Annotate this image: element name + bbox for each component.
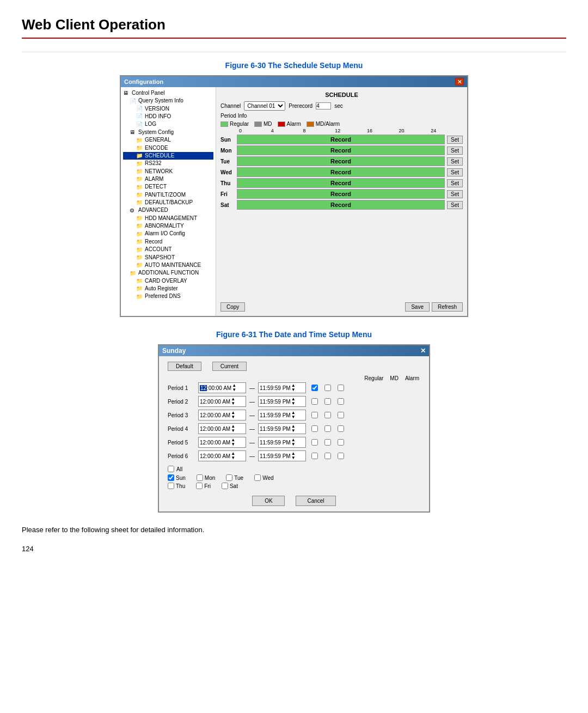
end-time-input[interactable]: 11:59:59 PM ▲▼: [258, 382, 306, 393]
wed-checkbox[interactable]: [254, 474, 261, 481]
start-time-input[interactable]: 12:00:00 AM ▲▼: [198, 396, 246, 407]
tree-item-log[interactable]: 📄LOG: [123, 120, 213, 128]
alarm-checkbox[interactable]: [338, 398, 344, 405]
prerecord-input[interactable]: [316, 102, 331, 109]
alarm-checkbox[interactable]: [338, 425, 344, 432]
all-checkbox[interactable]: [168, 466, 174, 472]
cancel-button[interactable]: Cancel: [296, 496, 335, 506]
start-time-input[interactable]: 12:00:00 AM ▲▼: [198, 423, 246, 434]
ok-button[interactable]: OK: [252, 496, 285, 506]
end-time-input[interactable]: 11:59:59 PM ▲▼: [258, 423, 306, 434]
close-button[interactable]: ✕: [455, 78, 464, 86]
start-time-input[interactable]: 12:00:00 AM ▲▼: [198, 382, 246, 393]
md-checkbox[interactable]: [324, 385, 331, 391]
alarm-checkbox[interactable]: [338, 439, 344, 446]
start-time-spin[interactable]: ▲▼: [231, 424, 235, 433]
fri-checkbox[interactable]: [196, 483, 203, 489]
end-time-spin[interactable]: ▲▼: [291, 452, 296, 460]
tree-item-hdd-info[interactable]: 📄HDD INFO: [123, 113, 213, 120]
tree-item-alarm[interactable]: 📁ALARM: [123, 175, 213, 183]
sun-checkbox[interactable]: [168, 474, 174, 481]
regular-checkbox[interactable]: [311, 398, 318, 405]
tree-item-snapshot[interactable]: 📁SNAPSHOT: [123, 254, 213, 261]
schedule-bar-container[interactable]: Record: [237, 178, 445, 188]
start-time-spin[interactable]: ▲▼: [231, 438, 235, 447]
start-time-input[interactable]: 12:00:00 AM ▲▼: [198, 450, 246, 461]
tree-item-rs232[interactable]: 📁RS232: [123, 160, 213, 167]
alarm-checkbox[interactable]: [338, 453, 344, 459]
start-time-spin[interactable]: ▲▼: [231, 411, 235, 419]
end-time-spin[interactable]: ▲▼: [291, 424, 296, 433]
tree-item-system-config[interactable]: 🖥System Config: [123, 129, 213, 136]
schedule-bar-container[interactable]: Record: [237, 189, 445, 199]
current-button[interactable]: Current: [212, 362, 247, 371]
channel-select[interactable]: Channel 01: [244, 101, 285, 111]
md-checkbox[interactable]: [324, 453, 331, 459]
md-checkbox[interactable]: [324, 412, 331, 418]
mon-checkbox[interactable]: [197, 474, 203, 481]
tree-item-alarm-io[interactable]: 📁Alarm I/O Config: [123, 230, 213, 237]
end-time-spin[interactable]: ▲▼: [291, 397, 296, 406]
tree-item-hdd-mgmt[interactable]: 📁HDD MANAGEMENT: [123, 215, 213, 222]
schedule-bar-container[interactable]: Record: [237, 145, 445, 155]
sat-checkbox[interactable]: [222, 483, 228, 489]
tue-checkbox[interactable]: [226, 474, 232, 481]
sunday-close-button[interactable]: ✕: [420, 347, 426, 355]
tree-item-pan-tilt[interactable]: 📁PAN/TILT/ZOOM: [123, 191, 213, 199]
regular-checkbox[interactable]: [311, 385, 318, 391]
copy-button[interactable]: Copy: [220, 302, 245, 312]
tree-item-control-panel[interactable]: 🖥Control Panel: [123, 89, 213, 97]
end-time-spin[interactable]: ▲▼: [291, 411, 296, 419]
end-time-input[interactable]: 11:59:59 PM ▲▼: [258, 437, 306, 448]
schedule-bar-container[interactable]: Record: [237, 156, 445, 166]
regular-checkbox[interactable]: [311, 439, 318, 446]
end-time-spin[interactable]: ▲▼: [291, 438, 296, 447]
schedule-bar-container[interactable]: Record: [237, 135, 445, 144]
tree-item-encode[interactable]: 📁ENCODE: [123, 144, 213, 152]
set-button[interactable]: Set: [447, 157, 463, 166]
tree-item-query[interactable]: 📄Query System Info: [123, 97, 213, 105]
tree-item-preferred-dns[interactable]: 📁Preferred DNS: [123, 292, 213, 300]
tree-item-abnormality[interactable]: 📁ABNORMALITY: [123, 222, 213, 230]
tree-item-account[interactable]: 📁ACCOUNT: [123, 246, 213, 253]
regular-checkbox[interactable]: [311, 412, 318, 418]
md-checkbox[interactable]: [324, 439, 331, 446]
regular-checkbox[interactable]: [311, 453, 318, 459]
refresh-button[interactable]: Refresh: [432, 302, 463, 312]
md-checkbox[interactable]: [324, 398, 331, 405]
end-time-input[interactable]: 11:59:59 PM ▲▼: [258, 396, 306, 407]
tree-item-addtional[interactable]: 📁ADDTIONAL FUNCTION: [123, 269, 213, 277]
tree-item-auto-maint[interactable]: 📁AUTO MAINTENANCE: [123, 261, 213, 269]
tree-item-default-backup[interactable]: 📁DEFAULT/BACKUP: [123, 199, 213, 206]
start-time-spin[interactable]: ▲▼: [232, 383, 236, 392]
set-button[interactable]: Set: [447, 168, 463, 176]
tree-item-card-overlay[interactable]: 📁CARD OVERLAY: [123, 277, 213, 285]
tree-item-advanced[interactable]: ⚙ADVANCED: [123, 206, 213, 214]
md-checkbox[interactable]: [324, 425, 331, 432]
tree-item-network[interactable]: 📁NETWORK: [123, 168, 213, 175]
schedule-bar-container[interactable]: Record: [237, 167, 445, 177]
thu-checkbox[interactable]: [168, 483, 174, 489]
end-time-input[interactable]: 11:59:59 PM ▲▼: [258, 410, 306, 421]
tree-item-version[interactable]: 📄VERSION: [123, 105, 213, 113]
end-time-spin[interactable]: ▲▼: [291, 383, 296, 392]
start-time-input[interactable]: 12:00:00 AM ▲▼: [198, 410, 246, 421]
tree-item-detect[interactable]: 📁DETECT: [123, 183, 213, 191]
set-button[interactable]: Set: [447, 136, 463, 144]
default-button[interactable]: Default: [168, 362, 201, 371]
start-time-spin[interactable]: ▲▼: [231, 452, 235, 460]
regular-checkbox[interactable]: [311, 425, 318, 432]
alarm-checkbox[interactable]: [338, 385, 344, 391]
end-time-input[interactable]: 11:59:59 PM ▲▼: [258, 450, 306, 461]
set-button[interactable]: Set: [447, 201, 463, 209]
tree-item-schedule[interactable]: 📁SCHEDULE: [123, 152, 213, 160]
alarm-checkbox[interactable]: [338, 412, 344, 418]
tree-item-record[interactable]: 📁Record: [123, 238, 213, 246]
set-button[interactable]: Set: [447, 179, 463, 187]
schedule-bar-container[interactable]: Record: [237, 200, 445, 210]
tree-item-general[interactable]: 📁GENERAL: [123, 136, 213, 144]
start-time-spin[interactable]: ▲▼: [231, 397, 235, 406]
start-time-input[interactable]: 12:00:00 AM ▲▼: [198, 437, 246, 448]
set-button[interactable]: Set: [447, 190, 463, 198]
save-button[interactable]: Save: [405, 302, 430, 312]
